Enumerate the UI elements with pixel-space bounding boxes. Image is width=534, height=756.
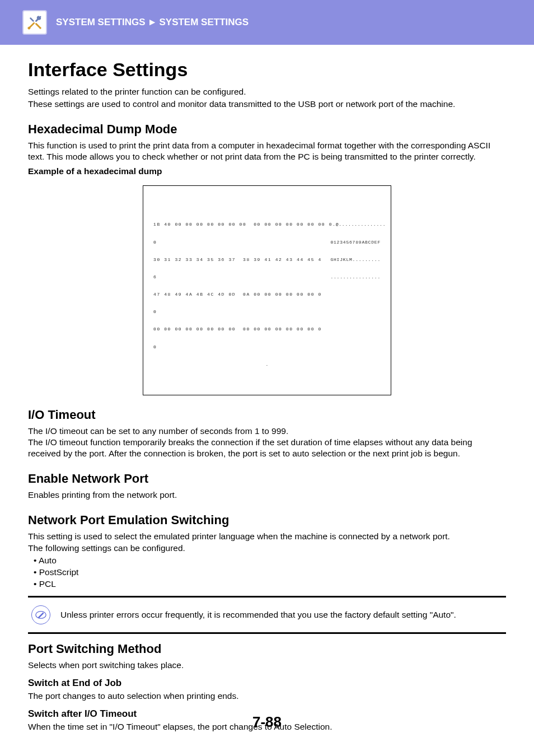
tools-icon: [22, 10, 47, 35]
breadcrumb: SYSTEM SETTINGS ► SYSTEM SETTINGS: [56, 17, 249, 28]
psm-sub1-heading: Switch at End of Job: [28, 678, 506, 689]
section-hex-body: This function is used to print the print…: [28, 140, 506, 162]
hex-row: 47 48 49 4A 4B 4C 4D 0D 0A 00 00 00 00 0…: [153, 292, 322, 297]
note: Unless printer errors occur frequently, …: [28, 603, 506, 627]
section-hex-heading: Hexadecimal Dump Mode: [28, 122, 506, 137]
hex-row: 0: [153, 240, 157, 245]
section-enp-heading: Enable Network Port: [28, 472, 506, 486]
bullet-postscript: • PostScript: [34, 567, 506, 578]
note-text: Unless printer errors occur frequently, …: [60, 610, 456, 620]
intro-line-1: Settings related to the printer function…: [28, 86, 506, 97]
section-psm-heading: Port Switching Method: [28, 642, 506, 656]
breadcrumb-part-1[interactable]: SYSTEM SETTINGS: [56, 17, 146, 28]
section-npes-heading: Network Port Emulation Switching: [28, 513, 506, 528]
bullet-pcl: • PCL: [34, 578, 506, 590]
hex-row: 1B 40 00 00 00 00 00 00 00 00 00 00 00 0…: [153, 222, 332, 227]
hex-ascii: .@...............: [332, 222, 386, 227]
breadcrumb-separator-icon: ►: [148, 17, 157, 28]
pencil-icon: [31, 605, 50, 624]
hex-row: 00 00 00 00 00 00 00 00 00 00 00 00 00 0…: [153, 326, 322, 332]
bullet-auto: • Auto: [34, 555, 506, 567]
hex-row: 6: [153, 274, 157, 280]
hex-example-label: Example of a hexadecimal dump: [28, 166, 506, 176]
divider: [28, 632, 506, 634]
hex-dump-figure: 1B 40 00 00 00 00 00 00 00 00 00 00 00 0…: [28, 185, 506, 395]
page: SYSTEM SETTINGS ► SYSTEM SETTINGS Interf…: [0, 0, 534, 756]
hex-row: 30 31 32 33 34 35 36 37 38 39 41 42 43 4…: [153, 257, 322, 263]
intro-line-2: These settings are used to control and m…: [28, 99, 506, 110]
content: Interface Settings Settings related to t…: [0, 45, 534, 732]
hex-row: 0: [153, 344, 157, 350]
psm-body: Selects when port switching takes place.: [28, 660, 506, 671]
hex-dump-box: 1B 40 00 00 00 00 00 00 00 00 00 00 00 0…: [143, 185, 391, 395]
io-line-1: The I/O timeout can be set to any number…: [28, 426, 506, 437]
psm-sub1-body: The port changes to auto selection when …: [28, 690, 506, 702]
hex-ascii: 0123456789ABCDEF: [330, 240, 381, 245]
hex-row: 0: [153, 309, 157, 315]
npes-line-2: The following settings can be configured…: [28, 543, 506, 554]
hex-ascii: GHIJKLM.........: [330, 257, 381, 263]
svg-point-1: [39, 27, 41, 29]
breadcrumb-part-2[interactable]: SYSTEM SETTINGS: [159, 17, 249, 28]
enp-body: Enables printing from the network port.: [28, 489, 506, 501]
npes-options: • Auto • PostScript • PCL: [28, 555, 506, 590]
divider: [28, 596, 506, 598]
page-number: 7-88: [0, 713, 534, 731]
page-title: Interface Settings: [28, 59, 506, 81]
hex-ascii: ................: [330, 274, 381, 280]
npes-line-1: This setting is used to select the emula…: [28, 531, 506, 542]
io-line-2: The I/O timeout function temporarily bre…: [28, 437, 506, 459]
section-io-heading: I/O Timeout: [28, 408, 506, 422]
intro: Settings related to the printer function…: [28, 86, 506, 110]
header-bar: SYSTEM SETTINGS ► SYSTEM SETTINGS: [0, 0, 534, 45]
